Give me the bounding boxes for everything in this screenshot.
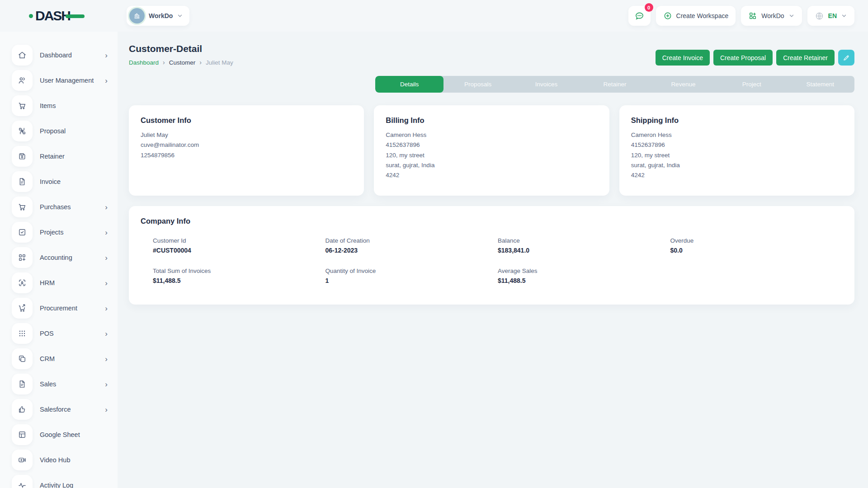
- chevron-down-icon: [788, 13, 795, 19]
- sidebar-item-label: Accounting: [40, 254, 72, 261]
- shipping-zip: 4242: [631, 170, 843, 180]
- activity-icon: [12, 475, 33, 488]
- field-label: Overdue: [670, 237, 843, 244]
- chevron-right-icon: ›: [105, 203, 108, 211]
- workspace-selector[interactable]: WorkDo: [127, 6, 189, 26]
- sidebar-item-activity-log[interactable]: Activity Log: [0, 473, 118, 488]
- sidebar-item-purchases[interactable]: Purchases ›: [0, 194, 118, 220]
- field-label: Date of Creation: [326, 237, 498, 244]
- table-icon: [12, 424, 33, 445]
- sidebar-item-label: Invoice: [40, 178, 61, 185]
- tab-retainer[interactable]: Retainer: [580, 76, 649, 93]
- chevron-right-icon: ›: [105, 52, 108, 59]
- tab-statement[interactable]: Statement: [786, 76, 854, 93]
- sidebar-item-items[interactable]: Items: [0, 93, 118, 118]
- sidebar-item-label: Projects: [40, 229, 63, 236]
- field-value: #CUST00004: [153, 247, 326, 254]
- field-value: $11,488.5: [153, 277, 326, 284]
- sidebar-item-user-management[interactable]: User Management ›: [0, 68, 118, 93]
- home-icon: [12, 45, 33, 66]
- field-value: 1: [326, 277, 498, 284]
- workspace-name: WorkDo: [149, 12, 173, 19]
- billing-info-body: Cameron Hess 4152637896 120, my street s…: [386, 130, 597, 180]
- card-title: Billing Info: [386, 116, 597, 125]
- shipping-city: surat, gujrat, India: [631, 160, 843, 170]
- sidebar-item-label: User Management: [40, 77, 94, 84]
- create-retainer-button[interactable]: Create Retainer: [776, 50, 835, 66]
- chevron-right-icon: ›: [105, 305, 108, 312]
- sidebar-item-label: Purchases: [40, 203, 71, 211]
- chevron-right-icon: ›: [105, 355, 108, 363]
- customer-name: Juliet May: [141, 130, 352, 140]
- title-block: Customer-Detail Dashboard › Customer › J…: [129, 43, 233, 66]
- field-total-sum-of-invoices: Total Sum of Invoices $11,488.5: [153, 267, 326, 284]
- building-icon: [132, 11, 142, 20]
- field-overdue: Overdue $0.0: [670, 237, 843, 254]
- sidebar-item-accounting[interactable]: Accounting ›: [0, 245, 118, 270]
- sidebar-item-projects[interactable]: Projects ›: [0, 220, 118, 245]
- detail-tabs: Details Proposals Invoices Retainer Reve…: [375, 76, 854, 93]
- cart-icon: [12, 197, 33, 217]
- language-code: EN: [828, 12, 837, 19]
- breadcrumb-current: Juliet May: [206, 59, 233, 66]
- create-invoice-button[interactable]: Create Invoice: [656, 50, 710, 66]
- field-average-sales: Average Sales $11,488.5: [498, 267, 670, 284]
- tab-project[interactable]: Project: [717, 76, 786, 93]
- field-value: $0.0: [670, 247, 843, 254]
- breadcrumb-dashboard-link[interactable]: Dashboard: [129, 59, 159, 66]
- sidebar-item-dashboard[interactable]: Dashboard ›: [0, 42, 118, 68]
- user-scan-icon: [12, 272, 33, 293]
- tab-proposals[interactable]: Proposals: [443, 76, 512, 93]
- field-balance: Balance $183,841.0: [498, 237, 670, 254]
- shipping-phone: 4152637896: [631, 140, 843, 150]
- billing-name: Cameron Hess: [386, 130, 597, 140]
- file-icon: [12, 374, 33, 394]
- messages-button[interactable]: 0: [628, 6, 651, 26]
- field-value: $183,841.0: [498, 247, 670, 254]
- field-label: Customer Id: [153, 237, 326, 244]
- sidebar-item-proposal[interactable]: Proposal: [0, 118, 118, 144]
- cart-arrow-icon: [12, 298, 33, 319]
- billing-city: surat, gujrat, India: [386, 160, 597, 170]
- sidebar-item-label: POS: [40, 330, 54, 337]
- sidebar-item-crm[interactable]: CRM ›: [0, 346, 118, 371]
- field-value: 06-12-2023: [326, 247, 498, 254]
- plus-circle-icon: [663, 11, 672, 20]
- proposal-icon: [12, 121, 33, 141]
- header-right-group: 0 Create Workspace WorkDo EN: [628, 6, 854, 26]
- edit-customer-button[interactable]: [838, 50, 854, 66]
- pencil-icon: [843, 54, 850, 61]
- thumbs-up-icon: [12, 399, 33, 420]
- logo-text: DASH: [35, 9, 70, 23]
- messages-badge: 0: [645, 3, 653, 12]
- create-workspace-button[interactable]: Create Workspace: [656, 6, 736, 26]
- sidebar-item-label: Activity Log: [40, 482, 73, 488]
- shipping-street: 120, my street: [631, 150, 843, 160]
- sidebar-item-label: Procurement: [40, 305, 77, 312]
- sidebar-item-hrm[interactable]: HRM ›: [0, 270, 118, 296]
- app-switcher-label: WorkDo: [761, 12, 784, 19]
- create-proposal-button[interactable]: Create Proposal: [713, 50, 773, 66]
- logo-dot: [29, 14, 33, 18]
- sidebar-item-google-sheet[interactable]: Google Sheet: [0, 422, 118, 447]
- breadcrumb-customer-link[interactable]: Customer: [169, 59, 196, 66]
- sidebar-item-salesforce[interactable]: Salesforce ›: [0, 397, 118, 422]
- sidebar-item-invoice[interactable]: Invoice: [0, 169, 118, 194]
- field-date-of-creation: Date of Creation 06-12-2023: [326, 237, 498, 254]
- tab-revenue[interactable]: Revenue: [649, 76, 717, 93]
- tab-details[interactable]: Details: [375, 76, 443, 93]
- field-quantity-of-invoice: Quantity of Invoice 1: [326, 267, 498, 284]
- invoice-icon: [12, 171, 33, 192]
- sidebar-item-procurement[interactable]: Procurement ›: [0, 296, 118, 321]
- sidebar-item-sales[interactable]: Sales ›: [0, 371, 118, 397]
- tab-invoices[interactable]: Invoices: [512, 76, 580, 93]
- app-switcher-button[interactable]: WorkDo: [741, 6, 802, 26]
- logo-dash: [66, 14, 85, 18]
- sidebar-item-pos[interactable]: POS ›: [0, 321, 118, 346]
- sidebar-item-retainer[interactable]: Retainer: [0, 144, 118, 169]
- language-selector[interactable]: EN: [807, 6, 854, 26]
- brand-logo: DASH: [29, 9, 118, 23]
- sidebar-item-video-hub[interactable]: Video Hub: [0, 447, 118, 473]
- sidebar-item-label: Salesforce: [40, 406, 71, 413]
- sidebar-item-label: Google Sheet: [40, 431, 80, 438]
